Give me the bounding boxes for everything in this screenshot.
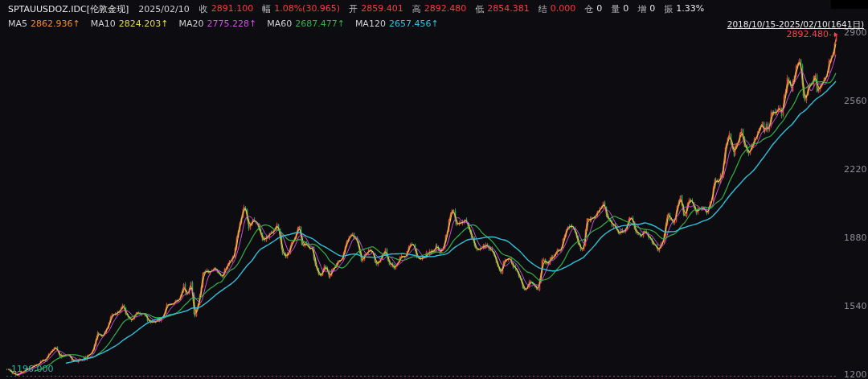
- quote-field-value: 2854.381: [487, 3, 530, 15]
- quote-field-increase: 增0: [637, 3, 655, 15]
- ma-indicator-ma10: MA102824.203↑: [91, 19, 169, 29]
- quote-field-value: 0.000: [551, 3, 576, 15]
- quote-field-label: 开: [349, 3, 358, 15]
- ma-label: MA60: [267, 19, 292, 29]
- day-high-annotation: 2892.480: [787, 29, 829, 39]
- price-axis-label: 2560: [844, 96, 867, 106]
- price-axis-label: 2900: [844, 27, 867, 38]
- quote-field-position: 仓0: [584, 3, 602, 15]
- quote-field-value: 1.08%(30.965): [274, 3, 340, 15]
- ma-value: 2862.936↑: [31, 19, 80, 29]
- candlestick-chart[interactable]: [0, 0, 868, 379]
- ma-indicator-ma20: MA202775.228↑: [178, 19, 256, 29]
- quote-field-label: 振: [664, 3, 673, 15]
- quote-field-label: 低: [475, 3, 484, 15]
- ma-indicator-ma120: MA1202657.456↑: [355, 19, 439, 29]
- quote-field-value: 2892.480: [424, 3, 467, 15]
- quote-field-high: 高2892.480: [412, 3, 467, 15]
- quote-field-value: 0: [623, 3, 628, 15]
- ma-indicator-ma60: MA602687.477↑: [267, 19, 345, 29]
- ma-value: 2775.228↑: [207, 19, 256, 29]
- quote-field-change-pct: 幅1.08%(30.965): [262, 3, 340, 15]
- ma-label: MA5: [8, 19, 27, 29]
- quote-field-amplitude: 振1.33%: [664, 3, 704, 15]
- quote-date: 2025/02/10: [138, 4, 189, 14]
- ma-label: MA20: [178, 19, 203, 29]
- quote-field-close: 收2891.100: [199, 3, 254, 15]
- trading-terminal-window: SPTAUUSDOZ.IDC[伦敦金现] 2025/02/10 收2891.10…: [0, 0, 868, 379]
- quote-field-value: 0: [649, 3, 655, 15]
- quote-field-settle: 结0.000: [538, 3, 576, 15]
- quote-field-label: 结: [538, 3, 547, 15]
- price-axis-label: 1540: [844, 301, 867, 311]
- ma-indicator-ma5: MA52862.936↑: [8, 19, 80, 29]
- quote-field-value: 2859.401: [361, 3, 403, 15]
- quote-field-label: 幅: [262, 3, 271, 15]
- quote-field-label: 仓: [584, 3, 593, 15]
- price-axis-label: 1200: [844, 369, 867, 379]
- ma-value: 2824.203↑: [119, 19, 169, 29]
- symbol-name[interactable]: SPTAUUSDOZ.IDC[伦敦金现]: [8, 3, 129, 15]
- ma-label: MA120: [355, 19, 386, 29]
- ma-label: MA10: [91, 19, 116, 29]
- quote-info-bar: SPTAUUSDOZ.IDC[伦敦金现] 2025/02/10 收2891.10…: [8, 3, 704, 15]
- ma-info-bar: MA52862.936↑MA102824.203↑MA202775.228↑MA…: [8, 19, 439, 29]
- quote-fields: 收2891.100幅1.08%(30.965)开2859.401高2892.48…: [199, 3, 704, 15]
- quote-field-label: 高: [412, 3, 421, 15]
- quote-field-value: 1.33%: [676, 3, 704, 15]
- quote-field-label: 量: [611, 3, 620, 15]
- period-low-annotation: 1196.000: [11, 364, 54, 374]
- quote-field-value: 2891.100: [211, 3, 254, 15]
- quote-field-label: 增: [637, 3, 646, 15]
- ma-value: 2657.456↑: [389, 19, 439, 29]
- ma-value: 2687.477↑: [295, 19, 345, 29]
- quote-field-label: 收: [199, 3, 208, 15]
- quote-field-volume: 量0: [611, 3, 628, 15]
- corner-overlay: [831, 0, 868, 9]
- price-axis-label: 1880: [844, 233, 867, 243]
- quote-field-low: 低2854.381: [475, 3, 530, 15]
- price-axis-label: 2220: [844, 164, 867, 175]
- quote-field-value: 0: [596, 3, 602, 15]
- quote-field-open: 开2859.401: [349, 3, 403, 15]
